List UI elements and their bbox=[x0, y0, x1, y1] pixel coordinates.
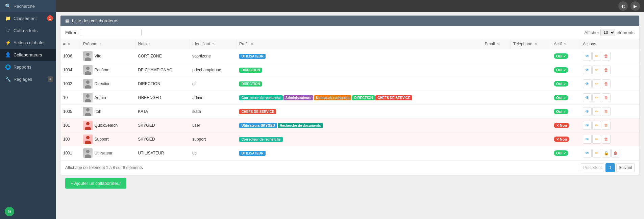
sidebar-item-label: Actions globales bbox=[14, 40, 46, 45]
col-email[interactable]: Email ⇅ bbox=[482, 39, 510, 49]
edit-button[interactable]: ✏ bbox=[592, 135, 601, 144]
status-badge: ✕ Non bbox=[554, 137, 569, 142]
view-button[interactable]: 👁 bbox=[583, 135, 592, 144]
user-avatar-circle[interactable]: G bbox=[5, 207, 14, 216]
cell-nom: DIRECTION bbox=[135, 77, 190, 91]
content-area: ▦ Liste des collaborateurs Filtrer : Aff… bbox=[56, 12, 644, 219]
main-content: ◐ ▶ ▦ Liste des collaborateurs Filtrer :… bbox=[56, 0, 644, 219]
cell-telephone bbox=[510, 49, 551, 63]
edit-button[interactable]: ✏ bbox=[592, 79, 601, 88]
sidebar-item-recherche[interactable]: 🔍 Recherche bbox=[0, 0, 56, 12]
edit-button[interactable]: ✏ bbox=[592, 149, 601, 157]
edit-button[interactable]: ✏ bbox=[592, 52, 601, 60]
next-button[interactable]: Suivant bbox=[616, 163, 635, 172]
cell-profil: DIRECTION bbox=[236, 63, 482, 77]
view-button[interactable]: 👁 bbox=[583, 52, 592, 60]
view-button[interactable]: 👁 bbox=[583, 107, 592, 116]
filter-input[interactable] bbox=[81, 29, 142, 36]
table-title: Liste des collaborateurs bbox=[72, 18, 118, 23]
page-1-button[interactable]: 1 bbox=[605, 163, 615, 172]
delete-button[interactable]: 🗑 bbox=[602, 52, 611, 60]
delete-button[interactable]: 🗑 bbox=[602, 66, 611, 74]
col-id[interactable]: # ⇅ bbox=[60, 39, 80, 49]
col-profil[interactable]: Profil ⇅ bbox=[236, 39, 482, 49]
delete-button[interactable]: 🗑 bbox=[602, 79, 611, 88]
edit-button[interactable]: ✏ bbox=[592, 66, 601, 74]
cell-profil: CHEFS DE SERVICE bbox=[236, 105, 482, 119]
table-row: 101QuickSearchSKYGEDuserUtilisateurs SKY… bbox=[60, 119, 639, 132]
cell-telephone bbox=[510, 77, 551, 91]
reglages-plus-icon: + bbox=[48, 76, 53, 82]
profil-badge: Correcteur de recherche bbox=[239, 137, 282, 142]
view-button[interactable]: 👁 bbox=[583, 66, 592, 74]
filter-label: Filtrer : bbox=[65, 30, 79, 35]
cell-prenom: Pacôme bbox=[80, 63, 135, 77]
cell-prenom: Itoh bbox=[80, 105, 135, 118]
table-row: 1004PacômeDE CHAMPIGNACpdechampignacDIRE… bbox=[60, 63, 639, 77]
cell-email bbox=[482, 119, 510, 132]
cell-id: 1001 bbox=[60, 146, 80, 160]
sidebar-item-rapports[interactable]: 🌐 Rapports bbox=[0, 61, 56, 73]
profil-badge: DIRECTION bbox=[352, 95, 375, 100]
cell-identifiant: user bbox=[190, 119, 236, 132]
cell-profil: Correcteur de rechercheAdministrateursUp… bbox=[236, 91, 482, 105]
sidebar-bottom: G bbox=[0, 204, 56, 219]
cell-id: 10 bbox=[60, 91, 80, 105]
view-button[interactable]: 👁 bbox=[583, 149, 592, 157]
table-row: 100SupportSKYGEDsupportCorrecteur de rec… bbox=[60, 132, 639, 146]
folder-icon: 📁 bbox=[5, 16, 11, 21]
col-actif[interactable]: Actif ⇅ bbox=[551, 39, 580, 49]
cell-nom: UTILISATEUR bbox=[135, 146, 190, 160]
delete-button[interactable]: 🗑 bbox=[602, 93, 611, 102]
cell-actif: Oui ✓ bbox=[551, 63, 580, 77]
cell-actif: ✕ Non bbox=[551, 132, 580, 146]
edit-button[interactable]: ✏ bbox=[592, 121, 601, 130]
sidebar-item-label: Rapports bbox=[14, 65, 31, 70]
sidebar-item-classement[interactable]: 📁 Classement 1 bbox=[0, 12, 56, 24]
sidebar-item-reglages[interactable]: 🔧 Réglages + bbox=[0, 73, 56, 85]
sidebar-item-coffres[interactable]: 🛡 Coffres-forts bbox=[0, 24, 56, 36]
profil-badge: DIRECTION bbox=[239, 81, 262, 87]
edit-button[interactable]: ✏ bbox=[592, 93, 601, 102]
sidebar-item-collaborateurs[interactable]: 👤 Collaborateurs bbox=[0, 49, 56, 61]
profil-badge: CHEFS DE SERVICE bbox=[375, 95, 412, 100]
delete-button[interactable]: 🗑 bbox=[602, 107, 611, 116]
prev-button[interactable]: Précédent bbox=[581, 163, 604, 172]
cell-email bbox=[482, 49, 510, 63]
status-badge: Oui ✓ bbox=[554, 109, 568, 114]
cell-nom: CORTIZONE bbox=[135, 49, 190, 63]
col-nom[interactable]: Nom ↑ bbox=[135, 39, 190, 49]
topbar-btn2[interactable]: ▶ bbox=[630, 1, 640, 11]
cell-actif: Oui ✓ bbox=[551, 105, 580, 119]
globe-icon: 🌐 bbox=[5, 64, 11, 70]
sidebar-item-label: Coffres-forts bbox=[14, 28, 38, 33]
col-telephone[interactable]: Téléphone ⇅ bbox=[510, 39, 551, 49]
avatar bbox=[83, 135, 93, 144]
avatar bbox=[83, 65, 93, 75]
profil-badge: Upload de recherche bbox=[314, 95, 351, 100]
afficher-select[interactable]: 10 25 50 bbox=[600, 29, 615, 36]
cell-profil: UTILISATEUR bbox=[236, 49, 482, 63]
col-prenom[interactable]: Prénom ↑ bbox=[80, 39, 135, 49]
cell-identifiant: pdechampignac bbox=[190, 63, 236, 77]
view-button[interactable]: 👁 bbox=[583, 121, 592, 130]
cell-actif: ✕ Non bbox=[551, 119, 580, 132]
profil-badge: UTILISATEUR bbox=[239, 54, 265, 59]
profil-badge: Administrateurs bbox=[283, 95, 314, 100]
add-collaborateur-button[interactable]: + Ajouter un collaborateur bbox=[65, 178, 126, 189]
topbar-btn1[interactable]: ◐ bbox=[618, 1, 628, 11]
profil-badge: DIRECTION bbox=[239, 68, 262, 73]
col-identifiant[interactable]: Identifiant ⇅ bbox=[190, 39, 236, 49]
table-row: 1005ItohKATAikataCHEFS DE SERVICEOui ✓👁✏… bbox=[60, 105, 639, 119]
delete-button[interactable]: 🗑 bbox=[602, 135, 611, 144]
view-button[interactable]: 👁 bbox=[583, 93, 592, 102]
table-row: 1001UtilisateurUTILISATEURutilUTILISATEU… bbox=[60, 146, 639, 160]
lock-button[interactable]: 🔒 bbox=[602, 149, 611, 157]
sidebar-item-actions[interactable]: ⚡ Actions globales bbox=[0, 36, 56, 49]
edit-button[interactable]: ✏ bbox=[592, 107, 601, 116]
table-row: 10AdminGREENGEDadminCorrecteur de recher… bbox=[60, 91, 639, 105]
cell-nom: SKYGED bbox=[135, 132, 190, 146]
delete-button[interactable]: 🗑 bbox=[611, 149, 620, 157]
delete-button[interactable]: 🗑 bbox=[602, 121, 611, 130]
view-button[interactable]: 👁 bbox=[583, 79, 592, 88]
